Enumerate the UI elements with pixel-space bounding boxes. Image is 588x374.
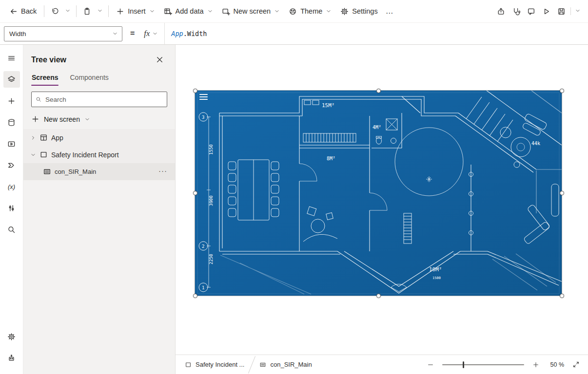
settings-button[interactable]: Settings	[336, 4, 382, 19]
selection-handle-middle-left[interactable]	[193, 191, 197, 195]
insert-label: Insert	[128, 7, 145, 15]
new-screen-icon	[222, 7, 230, 16]
grid-bubble-label-2: 2	[202, 244, 204, 249]
undo-button[interactable]	[47, 4, 62, 19]
share-button[interactable]	[493, 4, 509, 19]
breadcrumb-container[interactable]: con_SIR_Main	[253, 355, 318, 374]
screen-icon	[185, 361, 192, 368]
selection-handle-top-right[interactable]	[560, 89, 564, 93]
blueprint-label-4m: 4M²	[372, 125, 381, 130]
app-checker-button[interactable]	[509, 4, 524, 19]
add-data-label: Add data	[176, 7, 204, 15]
tree-item-screen-safety-incident-report[interactable]: Safety Incident Report	[23, 146, 175, 163]
tab-screens[interactable]: Screens	[31, 72, 59, 86]
selection-handle-bottom-middle[interactable]	[376, 294, 381, 298]
gear-icon	[340, 7, 349, 16]
tree-item-app[interactable]: App	[23, 129, 175, 146]
clipboard-icon	[83, 7, 91, 16]
zoom-slider-thumb[interactable]	[463, 361, 464, 368]
rail-power-automate-button[interactable]	[3, 157, 20, 173]
formula-bar-divider	[164, 23, 165, 45]
rail-settings-button[interactable]	[3, 328, 20, 345]
toolbar-divider	[570, 7, 571, 15]
plus-icon	[532, 361, 539, 368]
container-icon	[259, 361, 266, 368]
selection-handle-bottom-right[interactable]	[560, 294, 564, 298]
rail-search-button[interactable]	[3, 221, 20, 238]
container-icon	[43, 168, 51, 176]
variables-icon: (x)	[8, 183, 15, 190]
rail-tree-view-button[interactable]	[3, 71, 20, 88]
tree-search-input[interactable]	[45, 96, 163, 103]
selection-handle-bottom-left[interactable]	[193, 294, 197, 298]
add-data-button[interactable]: Add data	[159, 4, 217, 19]
insert-button[interactable]: Insert	[112, 4, 159, 19]
tree-view-close-button[interactable]	[152, 52, 167, 67]
design-canvas[interactable]: 15M² 4M² 8M² 10M² 1500 44k 3 2 1 1550 39…	[176, 45, 588, 355]
chevron-down-icon[interactable]	[30, 152, 36, 158]
chevron-down-icon	[149, 8, 155, 14]
save-button[interactable]	[554, 4, 569, 19]
advanced-tools-icon	[7, 204, 16, 212]
toolbar-divider	[76, 5, 77, 17]
undo-menu-button[interactable]	[62, 4, 73, 19]
rail-insert-button[interactable]	[3, 93, 20, 109]
blueprint-label-8m: 8M²	[327, 156, 335, 161]
app-icon	[39, 133, 48, 142]
comments-button[interactable]	[524, 4, 539, 19]
settings-label: Settings	[352, 7, 377, 15]
main-area: (x) Tree view Screens Components	[0, 45, 588, 374]
chevron-right-icon[interactable]	[30, 135, 36, 141]
zoom-slider-track[interactable]	[442, 364, 524, 365]
toolbar-overflow-button[interactable]: …	[382, 4, 397, 19]
preview-app-button[interactable]	[539, 4, 554, 19]
new-screen-tree-button[interactable]: New screen	[23, 110, 175, 129]
rail-virtual-agent-button[interactable]	[3, 350, 20, 366]
tab-components[interactable]: Components	[69, 72, 109, 86]
tree-item-label: Safety Incident Report	[51, 151, 171, 159]
close-icon	[156, 56, 164, 64]
back-button[interactable]: Back	[5, 4, 41, 19]
tree-item-label: App	[51, 134, 171, 142]
paste-button[interactable]	[79, 4, 95, 19]
formula-input[interactable]: App.Width	[171, 30, 207, 37]
property-selector[interactable]: Width	[4, 26, 122, 41]
fit-to-window-button[interactable]	[571, 359, 581, 370]
blueprint-label-1500: 1500	[432, 276, 441, 280]
overflow-label: …	[386, 7, 394, 15]
blueprint-image[interactable]: 15M² 4M² 8M² 10M² 1500 44k 3 2 1 1550 39…	[195, 91, 562, 296]
theme-button[interactable]: Theme	[284, 4, 336, 19]
robot-icon	[7, 354, 16, 362]
tree-item-container-con-sir-main[interactable]: con_SIR_Main ···	[23, 163, 175, 180]
toolbar-divider	[44, 5, 44, 17]
theme-label: Theme	[300, 7, 322, 15]
new-screen-button[interactable]: New screen	[217, 4, 285, 19]
tree-item-overflow-button[interactable]: ···	[158, 167, 171, 177]
rail-media-button[interactable]	[3, 135, 20, 152]
search-icon	[36, 96, 41, 102]
rail-data-button[interactable]	[3, 114, 20, 131]
grid-bubble-label-1: 1	[202, 285, 204, 290]
selected-image-control[interactable]: 15M² 4M² 8M² 10M² 1500 44k 3 2 1 1550 39…	[195, 91, 562, 296]
chevron-down-icon	[65, 8, 71, 14]
breadcrumb-screen[interactable]: Safety Incident ...	[178, 355, 251, 374]
paste-menu-button[interactable]	[95, 4, 105, 19]
tree-search-box	[31, 92, 167, 107]
plus-icon	[31, 115, 39, 123]
zoom-in-button[interactable]	[531, 360, 541, 370]
left-nav-rail: (x)	[0, 45, 23, 374]
arrow-left-icon	[9, 7, 18, 16]
fx-menu-button[interactable]: fx	[141, 23, 164, 44]
save-menu-button[interactable]	[572, 4, 583, 19]
rail-advanced-tools-button[interactable]	[3, 200, 20, 216]
power-apps-studio: { "topbar": { "back_label": "Back", "ins…	[0, 0, 588, 374]
toolbar-divider	[108, 5, 109, 17]
zoom-out-button[interactable]	[426, 360, 435, 370]
rail-variables-button[interactable]: (x)	[3, 178, 20, 195]
zoom-slider[interactable]	[442, 361, 524, 369]
selection-handle-top-left[interactable]	[193, 89, 197, 93]
selection-handle-top-middle[interactable]	[376, 89, 381, 93]
selection-handle-middle-right[interactable]	[560, 191, 564, 195]
chevron-down-icon	[112, 31, 118, 37]
rail-menu-button[interactable]	[3, 50, 20, 66]
